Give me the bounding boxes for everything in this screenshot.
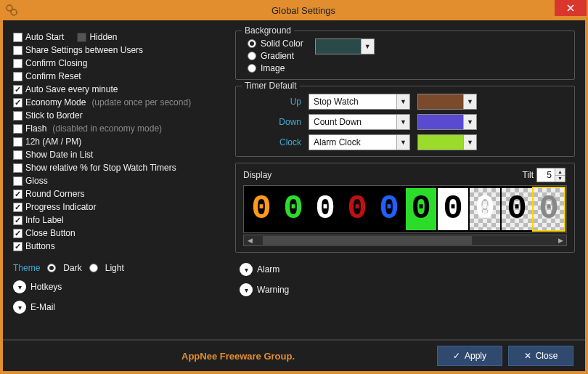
checkbox[interactable] xyxy=(13,98,23,107)
checkbox[interactable] xyxy=(13,59,23,68)
warning-disclosure[interactable]: ▾ Warning xyxy=(240,283,575,296)
display-group: Display Tilt 5 ▲ ▼ 0000 xyxy=(235,163,575,253)
checkbox[interactable] xyxy=(13,124,23,134)
email-label: E-Mail xyxy=(30,302,55,312)
option-label: 12h (AM / PM) xyxy=(25,137,81,147)
timer-color-picker[interactable]: ▼ xyxy=(417,94,477,110)
checkbox[interactable] xyxy=(13,229,23,238)
display-style-cell[interactable]: 0 xyxy=(374,188,404,230)
apply-button[interactable]: ✓ Apply xyxy=(437,346,502,366)
client-area: Auto StartHiddenShare Settings between U… xyxy=(3,20,585,371)
hotkeys-disclosure[interactable]: ▾ Hotkeys xyxy=(13,280,225,293)
display-style-cell[interactable]: 0 xyxy=(246,188,277,230)
left-column: Auto StartHiddenShare Settings between U… xyxy=(13,31,225,336)
display-style-cell[interactable]: 0 xyxy=(278,188,309,230)
timer-name-combo[interactable]: Stop Watch▼ xyxy=(309,94,410,110)
display-style-cell[interactable]: 0 xyxy=(310,188,340,230)
tilt-label: Tilt xyxy=(522,170,534,180)
option-row: Auto Save every minute xyxy=(13,83,225,96)
email-disclosure[interactable]: ▾ E-Mail xyxy=(13,301,225,314)
scroll-right-icon[interactable]: ▶ xyxy=(555,235,566,245)
chevron-down-icon: ▾ xyxy=(13,301,26,314)
option-row: Confirm Closing xyxy=(13,57,225,70)
close-button[interactable]: ✕ Close xyxy=(508,346,573,366)
option-row: Economy Mode(update once per second) xyxy=(13,96,225,109)
window-close-button[interactable] xyxy=(555,0,587,16)
dropdown-arrow-icon: ▼ xyxy=(463,94,476,109)
option-label: Close Button xyxy=(25,228,75,238)
scroll-thumb[interactable] xyxy=(263,236,472,245)
option-row: Progress Indicator xyxy=(13,200,225,214)
hidden-label: Hidden xyxy=(89,32,117,42)
checkbox[interactable] xyxy=(13,216,23,225)
option-label: Show Date in List xyxy=(25,150,93,160)
display-style-cell[interactable]: 0 xyxy=(406,188,436,230)
tilt-spinner[interactable]: 5 ▲ ▼ xyxy=(536,168,565,182)
display-scrollbar[interactable]: ◀ ▶ xyxy=(243,235,567,246)
scroll-left-icon[interactable]: ◀ xyxy=(244,235,256,245)
bg-solid-radio[interactable] xyxy=(248,39,256,48)
bg-image-radio[interactable] xyxy=(248,64,256,73)
option-label: Buttons xyxy=(25,241,55,251)
display-style-cell[interactable]: 0 xyxy=(342,188,372,230)
checkbox[interactable] xyxy=(13,190,23,199)
bg-gradient-radio[interactable] xyxy=(248,52,256,60)
alarm-disclosure[interactable]: ▾ Alarm xyxy=(240,263,575,276)
hidden-checkbox[interactable] xyxy=(77,33,86,42)
checkbox[interactable] xyxy=(13,137,23,147)
checkbox[interactable] xyxy=(13,176,23,186)
checkbox[interactable] xyxy=(13,46,23,55)
option-row: Buttons xyxy=(13,240,225,253)
bg-gradient-label: Gradient xyxy=(261,51,294,61)
spinner-up-icon[interactable]: ▲ xyxy=(555,168,565,176)
dropdown-arrow-icon: ▼ xyxy=(396,115,409,129)
scroll-track[interactable] xyxy=(256,235,555,245)
timer-color-picker[interactable]: ▼ xyxy=(417,114,477,130)
timer-name-combo[interactable]: Count Down▼ xyxy=(309,114,410,130)
option-label: Round Corners xyxy=(25,189,84,199)
option-list: Auto StartHiddenShare Settings between U… xyxy=(13,31,225,253)
warning-label: Warning xyxy=(257,285,289,295)
option-row: Round Corners xyxy=(13,187,225,200)
option-row: Flash(disabled in economy mode) xyxy=(13,122,225,135)
display-style-cell[interactable]: 0 xyxy=(438,188,468,230)
window-title: Global Settings xyxy=(19,5,588,16)
timer-color-picker[interactable]: ▼ xyxy=(417,134,477,150)
checkbox[interactable] xyxy=(13,242,23,251)
option-label: Gloss xyxy=(25,176,48,186)
display-style-cell[interactable]: 0 xyxy=(534,188,564,230)
option-note: (disabled in economy mode) xyxy=(52,123,162,134)
checkbox[interactable] xyxy=(13,150,23,160)
option-row: 12h (AM / PM) xyxy=(13,135,225,148)
chevron-down-icon: ▾ xyxy=(13,280,26,293)
checkbox[interactable] xyxy=(13,85,23,94)
checkbox[interactable] xyxy=(13,203,23,212)
option-row: Info Label xyxy=(13,214,225,227)
option-row: Gloss xyxy=(13,174,225,187)
timer-default-group: Timer Default UpStop Watch▼▼DownCount Do… xyxy=(235,86,575,157)
theme-light-label: Light xyxy=(105,263,124,273)
timer-name-combo[interactable]: Alarm Clock▼ xyxy=(309,134,410,150)
color-swatch xyxy=(418,94,463,109)
option-label: Economy Mode xyxy=(25,97,86,107)
spinner-down-icon[interactable]: ▼ xyxy=(555,176,565,182)
dropdown-arrow-icon: ▼ xyxy=(463,135,476,150)
window: Global Settings Auto StartHiddenShare Se… xyxy=(0,0,588,374)
svg-point-1 xyxy=(11,9,17,15)
alarm-label: Alarm xyxy=(257,264,279,275)
checkbox[interactable] xyxy=(13,72,23,81)
checkbox[interactable] xyxy=(13,163,23,173)
display-style-cell[interactable]: 0 xyxy=(470,188,500,230)
checkbox[interactable] xyxy=(13,111,23,121)
dropdown-arrow-icon: ▼ xyxy=(396,94,409,109)
display-style-cell[interactable]: 0 xyxy=(502,188,532,230)
option-row: Share Settings between Users xyxy=(13,44,225,57)
theme-light-radio[interactable] xyxy=(89,264,98,272)
bg-color-picker[interactable]: ▼ xyxy=(315,38,375,54)
chevron-down-icon: ▾ xyxy=(240,283,253,296)
checkbox[interactable] xyxy=(13,33,23,42)
theme-dark-radio[interactable] xyxy=(47,264,56,272)
option-row: Auto StartHidden xyxy=(13,31,225,44)
option-label: Flash xyxy=(25,123,46,134)
dropdown-arrow-icon: ▼ xyxy=(396,135,409,150)
